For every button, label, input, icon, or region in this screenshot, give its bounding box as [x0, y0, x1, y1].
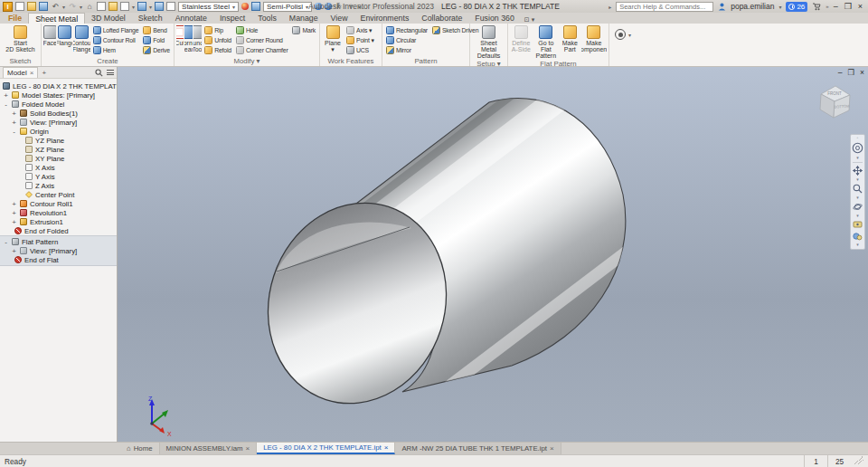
- tree-node-end-of-folded[interactable]: End of Folded: [0, 226, 117, 235]
- undo-dropdown-icon[interactable]: ▾: [62, 4, 65, 10]
- tab-environments[interactable]: Environments: [354, 13, 416, 24]
- team-web-icon[interactable]: [155, 2, 164, 11]
- viewport-minimize-icon[interactable]: –: [838, 68, 843, 77]
- user-icon[interactable]: [718, 3, 726, 11]
- group-label-pattern[interactable]: Pattern: [382, 56, 469, 66]
- tab-sketch[interactable]: Sketch: [132, 13, 169, 24]
- doc-tab-minion-assembly[interactable]: MINION ASSEMBLY.iam ×: [160, 443, 258, 454]
- corner-seam-button[interactable]: Corner Seam: [184, 24, 193, 56]
- pan-icon[interactable]: [853, 166, 863, 176]
- start-2d-sketch-button[interactable]: Start 2D Sketch: [2, 24, 39, 56]
- lofted-flange-button[interactable]: Lofted Flange: [91, 25, 141, 35]
- appearance-combo[interactable]: Semi-Polisl ▾: [263, 2, 312, 12]
- ribbon-display-options-icon[interactable]: [615, 29, 626, 40]
- circular-pattern-button[interactable]: Circular: [384, 35, 429, 45]
- mark-button[interactable]: Mark: [290, 25, 317, 35]
- tree-node-flat-view[interactable]: +View: [Primary]: [0, 246, 117, 255]
- update-icon[interactable]: [137, 2, 146, 11]
- view-face-icon[interactable]: [853, 232, 863, 241]
- rip-button[interactable]: Rip: [203, 25, 233, 35]
- redo-dropdown-icon[interactable]: ▾: [80, 4, 82, 10]
- face-button[interactable]: Face: [43, 24, 56, 56]
- toolbar-overflow-icon[interactable]: »: [826, 4, 828, 9]
- adjust-sphere-icon[interactable]: [315, 3, 322, 10]
- minimize-button[interactable]: –: [834, 2, 838, 11]
- redo-icon[interactable]: ↷: [68, 2, 77, 11]
- tab-view[interactable]: View: [325, 13, 354, 24]
- cart-icon[interactable]: [812, 3, 821, 11]
- browser-add-tab-button[interactable]: +: [42, 69, 46, 77]
- group-label-flat-pattern[interactable]: Flat Pattern: [508, 59, 609, 66]
- refold-button[interactable]: Refold: [203, 45, 233, 55]
- doc-tab-home[interactable]: ⌂ Home: [120, 443, 160, 454]
- punch-tool-button[interactable]: Punch Tool: [193, 24, 202, 56]
- tree-node-root[interactable]: LEG - 80 DIA X 2 THK TEMPLATE: [0, 81, 117, 91]
- tree-node-end-of-flat[interactable]: End of Flat: [0, 255, 117, 264]
- open-file-icon[interactable]: [27, 2, 36, 11]
- mirror-button[interactable]: Mirror: [384, 45, 429, 55]
- user-name[interactable]: popa.emilian: [731, 2, 774, 11]
- iproperties-icon[interactable]: [108, 2, 118, 11]
- tab-sheet-metal[interactable]: Sheet Metal: [28, 13, 85, 24]
- user-dropdown-icon[interactable]: ▾: [778, 4, 781, 10]
- navigation-wheel-icon[interactable]: [852, 142, 863, 154]
- tree-node-xy-plane[interactable]: XY Plane: [0, 154, 117, 163]
- hem-button[interactable]: Hem: [91, 45, 141, 55]
- close-tab-icon[interactable]: ×: [550, 444, 554, 453]
- tree-node-x-axis[interactable]: X Axis: [0, 163, 117, 172]
- browser-tab-model[interactable]: Model ×: [3, 67, 38, 78]
- tab-collaborate[interactable]: Collaborate: [415, 13, 468, 24]
- doc-tab-leg-template[interactable]: LEG - 80 DIA X 2 THK TEMPLATE.ipt ×: [257, 443, 395, 454]
- navbar-customize-icon[interactable]: ◦: [857, 137, 859, 139]
- viewport-close-icon[interactable]: ×: [860, 68, 864, 77]
- tab-3d-model[interactable]: 3D Model: [85, 13, 132, 24]
- viewport-restore-icon[interactable]: ❒: [847, 68, 854, 77]
- tree-node-xz-plane[interactable]: XZ Plane: [0, 145, 117, 154]
- tree-node-flat-pattern[interactable]: -Flat Pattern: [0, 237, 117, 246]
- update-dropdown-icon[interactable]: ▾: [149, 4, 152, 10]
- tab-tools[interactable]: Tools: [251, 13, 283, 24]
- browser-tab-close-icon[interactable]: ×: [30, 69, 34, 77]
- tab-annotate[interactable]: Annotate: [169, 13, 213, 24]
- trial-days-badge[interactable]: 26: [786, 2, 807, 12]
- search-input[interactable]: [616, 2, 713, 12]
- tree-node-contour-roll1[interactable]: +Contour Roll1: [0, 199, 117, 208]
- tree-node-z-axis[interactable]: Z Axis: [0, 181, 117, 190]
- sheet-metal-defaults-button[interactable]: Sheet Metal Defaults: [472, 24, 505, 59]
- tab-file[interactable]: File: [2, 13, 28, 24]
- doc-tab-arm-template[interactable]: ARM -NW 25 DIA TUBE THK 1 TEMPLATE.ipt ×: [395, 443, 561, 454]
- make-components-button[interactable]: Make Components: [581, 24, 607, 59]
- fold-button[interactable]: Fold: [141, 35, 172, 45]
- undo-icon[interactable]: ↶: [51, 2, 60, 11]
- contour-flange-button[interactable]: Contour Flange: [73, 24, 90, 56]
- close-tab-icon[interactable]: ×: [384, 443, 389, 452]
- resize-grip[interactable]: [854, 455, 863, 464]
- ribbon-appearance-toggle-icon[interactable]: ⊡ ▾: [524, 16, 534, 24]
- point-button[interactable]: Point ▾: [344, 35, 376, 45]
- new-file-icon[interactable]: [15, 2, 24, 11]
- globe-icon[interactable]: [166, 2, 175, 11]
- derive-button[interactable]: Derive: [141, 45, 172, 55]
- tab-fusion-360[interactable]: Fusion 360: [468, 13, 521, 24]
- add-qat-icon[interactable]: ＋: [346, 2, 355, 11]
- group-label-work-features[interactable]: Work Features: [320, 56, 382, 66]
- hole-button[interactable]: Hole: [234, 25, 290, 35]
- rectangular-pattern-button[interactable]: Rectangular: [384, 25, 429, 35]
- drawing-icon[interactable]: [97, 2, 106, 11]
- ucs-button[interactable]: UCS: [344, 45, 376, 55]
- tab-inspect[interactable]: Inspect: [213, 13, 251, 24]
- 3d-viewport[interactable]: – ❒ ×: [118, 67, 868, 442]
- cylinder-model[interactable]: [118, 67, 868, 442]
- group-label-create[interactable]: Create: [42, 56, 174, 66]
- material-combo[interactable]: Stainless Steel ▾: [178, 2, 239, 12]
- bend-button[interactable]: Bend: [141, 25, 172, 35]
- tree-node-view-primary[interactable]: +View: [Primary]: [0, 118, 117, 127]
- home-icon[interactable]: ⌂: [85, 2, 94, 11]
- browser-menu-icon[interactable]: [107, 70, 114, 75]
- appearance-image-icon[interactable]: [251, 2, 260, 11]
- maximize-button[interactable]: ❒: [844, 2, 852, 11]
- tab-manage[interactable]: Manage: [283, 13, 325, 24]
- group-label-sketch[interactable]: Sketch: [0, 56, 41, 66]
- close-button[interactable]: ×: [858, 2, 863, 11]
- tree-node-center-point[interactable]: Center Point: [0, 190, 117, 199]
